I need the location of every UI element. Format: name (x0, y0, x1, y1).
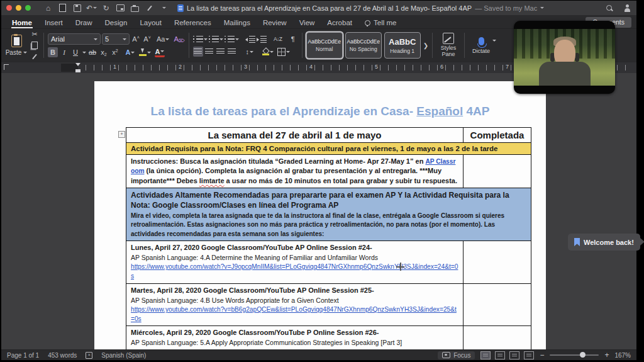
view-print-layout-button[interactable] (480, 351, 491, 359)
youtube-link[interactable]: https://www.youtube.com/watch?v=J9opcqMn… (131, 263, 458, 281)
zoom-level[interactable]: 167% (614, 352, 631, 359)
bullets-icon[interactable] (193, 34, 208, 44)
home-icon[interactable]: ⌂ (43, 3, 53, 13)
text-effects-icon[interactable]: A (125, 47, 135, 57)
document-page[interactable]: La lista de tareas para el Aprendizaje e… (94, 81, 546, 349)
focus-button[interactable]: Focus (438, 351, 475, 359)
table-handle-icon[interactable]: + (118, 131, 125, 138)
tell-me-button[interactable]: Tell me (364, 18, 397, 28)
paste-button[interactable]: Paste (5, 31, 28, 60)
screenshot-icon[interactable] (116, 3, 125, 13)
font-color-icon[interactable]: A (155, 47, 165, 57)
bold-button[interactable]: B (48, 47, 58, 57)
tab-mailings[interactable]: Mailings (223, 18, 251, 28)
wednesday-cell[interactable]: Miércoles, April 29, 2020 Google Classro… (126, 326, 464, 349)
format-painter-icon[interactable] (145, 3, 154, 13)
week-header-cell[interactable]: La semana del 27 de abril al 1 de mayo (126, 128, 464, 143)
highlight-color-icon[interactable] (139, 47, 151, 57)
styles-gallery-more-icon[interactable]: ❯ (423, 42, 428, 49)
instructions-cell[interactable]: Instrucciones: Busca la asignación titul… (126, 155, 464, 188)
proofing-icon[interactable]: × (86, 352, 92, 359)
tuesday-cell[interactable]: Martes, April 28, 2020 Google Classroom/… (126, 283, 464, 326)
tab-layout[interactable]: Layout (139, 18, 162, 28)
completed-empty-cell[interactable] (464, 283, 531, 326)
share-icon[interactable] (622, 3, 631, 13)
minimize-window-button[interactable] (16, 5, 21, 11)
increase-indent-icon[interactable] (257, 34, 267, 44)
required-activity-cell[interactable]: Actividad Requisita para la Nota: FRQ 4 … (126, 143, 531, 155)
underline-button[interactable]: U (70, 47, 80, 57)
style-no-spacing[interactable]: AaBbCcDdEe No Spacing (345, 32, 382, 59)
pilcrow-icon[interactable]: ¶ (288, 34, 298, 44)
tab-acrobat[interactable]: Acrobat (326, 18, 353, 28)
completed-header-cell[interactable]: Completada (464, 128, 531, 143)
webcam-overlay[interactable] (514, 21, 615, 94)
align-left-button[interactable] (193, 47, 203, 57)
new-document-icon[interactable] (58, 3, 67, 13)
zoom-out-button[interactable]: − (540, 351, 544, 359)
style-normal[interactable]: AaBbCcDdEe Normal (306, 32, 343, 59)
align-center-button[interactable] (204, 47, 214, 57)
word-count[interactable]: 453 words (48, 352, 77, 359)
view-draft-button[interactable] (524, 351, 534, 359)
completed-empty-cell[interactable] (464, 326, 531, 349)
completed-empty-cell[interactable] (464, 155, 531, 188)
tab-selector-icon[interactable] (4, 64, 9, 70)
zoom-window-button[interactable] (25, 5, 31, 11)
close-window-button[interactable] (6, 5, 12, 11)
shading-icon[interactable] (262, 47, 274, 57)
tab-design[interactable]: Design (104, 18, 128, 28)
clear-formatting-icon[interactable]: A⌦ (174, 34, 184, 44)
language-label[interactable]: Spanish (Spain) (101, 352, 146, 359)
print-icon[interactable] (130, 3, 140, 13)
view-web-layout-button[interactable] (495, 351, 505, 359)
borders-icon[interactable] (277, 47, 290, 57)
tab-review[interactable]: Review (262, 18, 287, 28)
sort-icon[interactable]: A↓Z (273, 34, 283, 44)
page-count[interactable]: Page 1 of 1 (7, 352, 39, 359)
style-name: Heading 1 (390, 48, 414, 54)
recommended-activities-cell[interactable]: Actividades Altamente Recomendadas para … (126, 188, 531, 241)
subscript-button[interactable]: x2 (99, 47, 109, 57)
numbering-icon[interactable] (209, 34, 223, 44)
font-size-select[interactable]: 5 (102, 33, 130, 45)
superscript-button[interactable]: x2 (110, 47, 120, 57)
zoom-slider[interactable] (550, 354, 599, 356)
format-painter-small-icon[interactable] (30, 52, 40, 62)
welcome-back-tooltip[interactable]: Welcome back! (568, 234, 640, 251)
save-icon[interactable] (72, 3, 82, 13)
youtube-link[interactable]: https://www.youtube.com/watch?v=bB6g2apQ… (131, 305, 458, 324)
tab-references[interactable]: References (174, 18, 212, 28)
view-outline-button[interactable] (509, 351, 519, 359)
decrease-indent-icon[interactable] (245, 34, 255, 44)
copy-icon[interactable] (30, 40, 40, 50)
style-heading-1[interactable]: AaBbC Heading 1 (384, 32, 421, 59)
multilevel-list-icon[interactable] (225, 34, 239, 44)
strikethrough-button[interactable]: ab (87, 47, 97, 57)
dictate-button[interactable]: Dictate (469, 37, 494, 54)
justify-button[interactable] (227, 47, 237, 57)
font-name-select[interactable]: Arial (48, 33, 101, 45)
left-indent-marker[interactable] (75, 69, 80, 72)
save-status[interactable]: — Saved to my Mac (475, 4, 537, 12)
italic-button[interactable]: I (59, 47, 69, 57)
tab-home[interactable]: Home (11, 18, 33, 28)
completed-empty-cell[interactable] (464, 241, 531, 284)
undo-icon[interactable]: ↶ (87, 3, 96, 13)
line-spacing-icon[interactable]: ↕ (245, 47, 255, 57)
zoom-in-button[interactable]: + (604, 351, 609, 359)
monday-cell[interactable]: Lunes, April 27, 2020 Google Classroom/Y… (126, 241, 464, 284)
cut-icon[interactable]: ✂ (30, 29, 40, 39)
change-case-icon[interactable]: Aa (157, 34, 169, 44)
toolbar-more-icon[interactable] (159, 3, 169, 13)
first-line-indent-marker[interactable] (75, 63, 80, 66)
align-right-button[interactable] (216, 47, 226, 57)
shrink-font-icon[interactable]: A˅ (142, 34, 152, 44)
tab-insert[interactable]: Insert (44, 18, 64, 28)
grow-font-icon[interactable]: A˄ (131, 34, 141, 44)
redo-icon[interactable]: ↻ (101, 3, 111, 13)
tab-view[interactable]: View (299, 18, 316, 28)
search-icon[interactable] (604, 3, 614, 13)
styles-pane-button[interactable]: Styles Pane (436, 33, 460, 58)
tab-draw[interactable]: Draw (75, 18, 93, 28)
